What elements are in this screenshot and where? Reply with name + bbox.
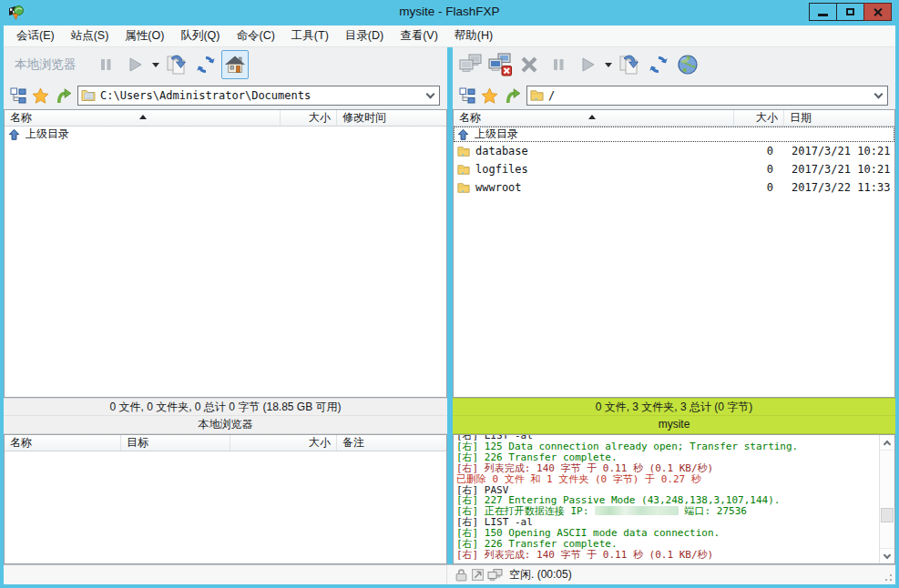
remote-tree-view-button[interactable] [455, 85, 478, 106]
disconnect-button[interactable] [486, 50, 514, 79]
local-file-list: 名称 大小 修改时间 上级目录 [4, 109, 447, 398]
menu-session[interactable]: 会话(E) [8, 25, 63, 46]
remote-go-up-button[interactable] [501, 85, 524, 106]
connection-status-icon [487, 568, 503, 582]
scrollbar-thumb[interactable] [881, 508, 894, 522]
remote-list-header: 名称 大小 日期 [454, 110, 894, 127]
scroll-up-button[interactable] [880, 435, 894, 451]
remote-column-size[interactable]: 大小 [734, 110, 784, 126]
remote-column-name[interactable]: 名称 [454, 110, 734, 126]
folder-icon [457, 182, 470, 194]
log-line: [右] 227 Entering Passive Mode (43,248,13… [456, 495, 878, 506]
up-arrow-icon [504, 87, 521, 105]
remote-status-summary: 0 文件, 3 文件夹, 3 总计 (0 字节) [453, 399, 895, 416]
minimize-button[interactable] [809, 3, 837, 21]
refresh-remote-button[interactable] [645, 50, 672, 79]
local-column-size[interactable]: 大小 [281, 110, 337, 126]
window-title: mysite - FlashFXP [0, 5, 899, 18]
maximize-button[interactable] [836, 3, 864, 21]
queue-column-remark[interactable]: 备注 [337, 435, 446, 451]
local-column-modified[interactable]: 修改时间 [337, 110, 446, 126]
menu-options[interactable]: 属性(O) [117, 25, 172, 46]
client-area: 会话(E) 站点(S) 属性(O) 队列(Q) 命令(C) 工具(T) 目录(D… [4, 25, 895, 584]
log-line: [右] 列表完成: 140 字节 于 0.11 秒 (0.1 KB/秒) [456, 550, 878, 561]
local-toolbar: 本地浏览器 [4, 47, 447, 82]
up-arrow-icon [55, 87, 72, 105]
folder-icon [457, 146, 470, 157]
remote-status-title: mysite [453, 416, 895, 433]
connect-button[interactable] [457, 50, 485, 79]
remote-pause-button[interactable] [545, 50, 572, 79]
menu-tools[interactable]: 工具(T) [283, 25, 337, 46]
log-line: [右] 列表完成: 140 字节 于 0.11 秒 (0.1 KB/秒) [456, 463, 878, 474]
remote-path-combobox[interactable]: / [526, 86, 888, 106]
menu-directory[interactable]: 目录(D) [337, 25, 392, 46]
remote-address-bar: / [453, 82, 895, 109]
transfer-dropdown-icon[interactable] [152, 63, 159, 67]
connect-icon [459, 54, 484, 76]
disconnect-icon [487, 53, 513, 76]
log-scrollbar[interactable] [879, 435, 894, 563]
menu-bar: 会话(E) 站点(S) 属性(O) 队列(Q) 命令(C) 工具(T) 目录(D… [4, 25, 895, 47]
queue-list-empty[interactable] [5, 451, 446, 563]
close-button[interactable] [863, 3, 892, 21]
menu-sites[interactable]: 站点(S) [63, 25, 117, 46]
remote-parent-dir-row[interactable]: 上级目录 [454, 127, 894, 142]
local-tree-view-button[interactable] [6, 85, 29, 106]
abort-button[interactable] [516, 50, 543, 79]
queue-transfer-button[interactable] [163, 50, 190, 79]
local-list-header: 名称 大小 修改时间 [5, 110, 446, 127]
local-column-name[interactable]: 名称 [5, 110, 281, 126]
home-icon [224, 54, 246, 76]
resize-grip[interactable] [884, 573, 893, 582]
scroll-down-button[interactable] [880, 548, 894, 563]
queue-column-name[interactable]: 名称 [5, 435, 121, 451]
start-transfer-button[interactable] [121, 50, 148, 79]
title-bar: mysite - FlashFXP [0, 0, 899, 25]
remote-transfer-dropdown-icon[interactable] [605, 63, 612, 67]
pause-transfer-button[interactable] [92, 50, 119, 79]
refresh-local-button[interactable] [192, 50, 220, 79]
menu-help[interactable]: 帮助(H) [446, 25, 501, 46]
local-favorites-button[interactable] [29, 85, 52, 106]
remote-queue-transfer-button[interactable] [616, 50, 643, 79]
remote-file-row[interactable]: database02017/3/21 10:21 [454, 142, 894, 160]
remote-start-button[interactable] [574, 50, 601, 79]
remote-favorites-button[interactable] [478, 85, 501, 106]
log-line: 已删除 0 文件 和 1 文件夹 (0 字节) 于 0.27 秒 [456, 474, 878, 485]
local-parent-dir-row[interactable]: 上级目录 [5, 127, 446, 142]
abort-x-icon [518, 54, 540, 76]
local-path-combobox[interactable]: C:\Users\Administrator\Documents [77, 86, 440, 106]
log-line: [右] 125 Data connection already open; Tr… [456, 441, 878, 452]
star-icon [481, 87, 498, 105]
home-folder-button[interactable] [221, 50, 249, 79]
local-panel: 本地浏览器 [4, 47, 447, 564]
remote-file-row[interactable]: logfiles02017/3/21 10:21 [454, 160, 894, 178]
remote-path-value[interactable]: / [544, 89, 870, 102]
remote-file-row[interactable]: wwwroot02017/3/22 11:33 [454, 178, 894, 197]
local-go-up-button[interactable] [52, 85, 75, 106]
chevron-down-icon [426, 89, 435, 98]
status-bar: 空闲. (00:05) [4, 564, 895, 584]
remote-column-date[interactable]: 日期 [784, 110, 894, 126]
queue-column-target[interactable]: 目标 [121, 435, 230, 451]
local-browser-label: 本地浏览器 [15, 56, 77, 73]
menu-queue[interactable]: 队列(Q) [172, 25, 228, 46]
local-status-summary: 0 文件, 0 文件夹, 0 总计 0 字节 (18.85 GB 可用) [4, 399, 447, 416]
masked-ip [595, 506, 679, 515]
local-status-info: 0 文件, 0 文件夹, 0 总计 0 字节 (18.85 GB 可用) 本地浏… [4, 398, 447, 434]
idle-status-text: 空闲. (00:05) [509, 567, 572, 583]
globe-icon [677, 54, 699, 76]
queue-column-size[interactable]: 大小 [230, 435, 337, 451]
queue-panel: 名称 目标 大小 备注 [4, 434, 447, 564]
sort-ascending-icon [139, 115, 147, 119]
site-web-button[interactable] [674, 50, 701, 79]
log-line: [右] LIST -al [456, 434, 878, 441]
local-path-dropdown[interactable] [422, 86, 439, 105]
local-path-value[interactable]: C:\Users\Administrator\Documents [96, 89, 422, 102]
transfer-log-panel: [右] LIST -al[右] 125 Data connection alre… [453, 434, 895, 564]
remote-path-dropdown[interactable] [870, 86, 887, 105]
menu-view[interactable]: 查看(V) [392, 25, 446, 46]
menu-commands[interactable]: 命令(C) [228, 25, 282, 46]
remote-file-list: 名称 大小 日期 上级目录 database02017/3/21 10:21lo… [453, 109, 895, 398]
